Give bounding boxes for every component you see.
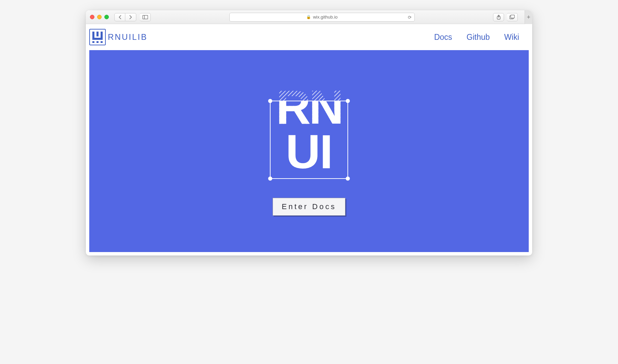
nav-buttons	[114, 13, 136, 21]
nav-github[interactable]: Github	[467, 33, 490, 42]
traffic-lights	[90, 15, 109, 19]
site-header: RNUILIB Docs Github Wiki	[86, 24, 532, 50]
main-nav: Docs Github Wiki	[434, 33, 519, 42]
page-content: RNUILIB Docs Github Wiki	[86, 24, 532, 252]
lock-icon: 🔒	[306, 15, 311, 19]
browser-titlebar: 🔒 wix.github.io ⟳ +	[86, 10, 532, 24]
svg-rect-7	[92, 38, 103, 40]
browser-window: 🔒 wix.github.io ⟳ +	[86, 10, 532, 255]
svg-point-17	[346, 99, 350, 103]
enter-docs-button[interactable]: Enter Docs	[273, 198, 346, 216]
reload-button[interactable]: ⟳	[408, 14, 412, 20]
forward-button[interactable]	[125, 13, 136, 21]
toolbar-right	[493, 13, 518, 21]
maximize-window-button[interactable]	[104, 15, 109, 19]
minimize-window-button[interactable]	[97, 15, 102, 19]
brand-logo-icon	[89, 29, 106, 45]
back-button[interactable]	[114, 13, 125, 21]
svg-rect-9	[92, 41, 94, 43]
url-text: wix.github.io	[313, 14, 338, 20]
close-window-button[interactable]	[90, 15, 94, 19]
brand[interactable]: RNUILIB	[89, 29, 148, 45]
sidebar-toggle-button[interactable]	[140, 13, 151, 21]
svg-point-19	[346, 177, 350, 181]
svg-rect-11	[101, 41, 103, 43]
svg-rect-4	[511, 15, 515, 18]
hero-logo-graphic: RN RN UI	[266, 87, 352, 186]
hero-section: RN RN UI Enter Docs	[89, 50, 529, 252]
nav-docs[interactable]: Docs	[434, 33, 452, 42]
brand-text: RNUILIB	[108, 32, 148, 42]
tabs-overview-button[interactable]	[507, 13, 518, 21]
svg-rect-10	[96, 41, 99, 43]
address-bar[interactable]: 🔒 wix.github.io ⟳	[229, 13, 415, 22]
svg-point-18	[268, 177, 272, 181]
svg-rect-8	[96, 32, 99, 36]
svg-rect-0	[142, 15, 148, 19]
new-tab-button[interactable]: +	[525, 10, 532, 24]
svg-point-16	[268, 99, 272, 103]
sidebar-toggle-group	[140, 13, 151, 21]
nav-wiki[interactable]: Wiki	[504, 33, 519, 42]
svg-text:UI: UI	[286, 125, 332, 179]
share-button[interactable]	[493, 13, 504, 21]
